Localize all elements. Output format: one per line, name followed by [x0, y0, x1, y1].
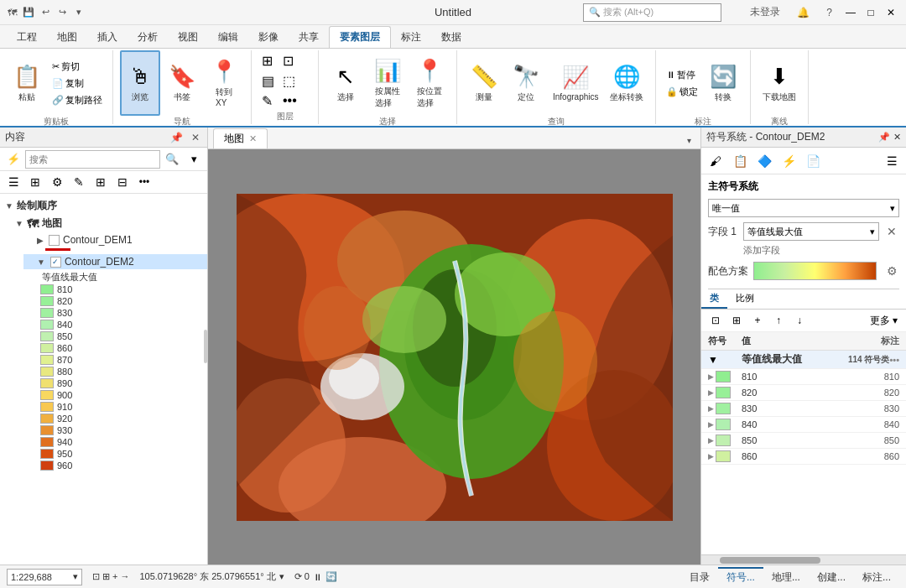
drawing-order-arrow[interactable]: ▼ — [5, 201, 13, 211]
refresh-icon[interactable]: 🔄 — [325, 571, 337, 582]
copy-path-btn[interactable]: 🔗复制路径 — [49, 92, 106, 108]
pause-icon[interactable]: ⏸ — [313, 572, 322, 582]
tab-view[interactable]: 视图 — [168, 27, 208, 48]
sym-tb-menu[interactable]: ☰ — [881, 150, 903, 172]
lock-btn[interactable]: 🔒锁定 — [663, 84, 701, 100]
redo-icon[interactable]: ↪ — [55, 6, 69, 19]
cut-btn[interactable]: ✂剪切 — [49, 59, 106, 75]
group-header-row[interactable]: ▼ 等值线最大值 114 符号类 ••• — [701, 351, 906, 369]
tab-map[interactable]: 地图 — [47, 27, 87, 48]
tab-classes[interactable]: 类 — [701, 289, 727, 309]
contents-search-input[interactable] — [25, 150, 160, 169]
coord-convert-btn[interactable]: 🌐 坐标转换 — [605, 50, 648, 116]
goto-xy-btn[interactable]: 📍 转到XY — [204, 50, 244, 116]
select-btn[interactable]: ↖ 选择 — [325, 50, 366, 116]
symbol-row-840[interactable]: ▶ 840 840 — [701, 417, 906, 433]
dem2-expand[interactable]: ▼ — [37, 258, 45, 267]
symbol-close-btn[interactable]: ✕ — [893, 132, 901, 143]
group-more-btn[interactable]: ••• — [889, 355, 899, 365]
map-group-arrow[interactable]: ▼ — [15, 219, 23, 228]
sym-tb-btn3[interactable]: 🔷 — [753, 150, 775, 172]
filter-icon[interactable]: ⚡ — [3, 150, 23, 169]
tab-data[interactable]: 数据 — [431, 27, 471, 48]
color-scheme-preview[interactable] — [753, 262, 877, 280]
dem2-checkbox[interactable]: ✓ — [50, 257, 61, 268]
layer-btn6[interactable]: ••• — [279, 91, 300, 110]
map-area-dropdown[interactable]: ▾ — [680, 132, 697, 148]
more-btn[interactable]: ••• — [134, 173, 154, 191]
layer-btn5[interactable]: ⬚ — [279, 71, 300, 91]
sym-tb-btn4[interactable]: 📄 — [802, 150, 824, 172]
symbol-row-860[interactable]: ▶ 860 860 — [701, 449, 906, 465]
infographics-btn[interactable]: 📈 Infographics — [548, 50, 603, 116]
list-view-btn[interactable]: ☰ — [3, 173, 23, 191]
tab-analysis[interactable]: 分析 — [128, 27, 168, 48]
layer-btn4[interactable]: ⊡ — [279, 51, 300, 70]
maximize-btn[interactable]: □ — [862, 4, 879, 21]
coord-dropdown[interactable]: ▾ — [279, 571, 284, 582]
title-search-box[interactable]: 🔍 搜索 (Alt+Q) — [583, 3, 721, 22]
pause-btn[interactable]: ⏸暂停 — [663, 67, 701, 83]
map-tab[interactable]: 地图 ✕ — [213, 128, 268, 148]
contents-close-btn[interactable]: ✕ — [189, 132, 202, 143]
symbol-scrollbar-h[interactable] — [701, 554, 906, 565]
tab-scale[interactable]: 比例 — [727, 289, 763, 309]
copy-btn[interactable]: 📄复制 — [49, 75, 106, 91]
select-by-attr-btn[interactable]: 📊 按属性选择 — [367, 50, 408, 116]
table-view-btn[interactable]: ⊞ — [25, 173, 45, 191]
bottom-tab-catalog[interactable]: 目录 — [681, 567, 718, 586]
tab-imagery[interactable]: 影像 — [248, 27, 289, 48]
dem1-expand[interactable]: ▶ — [37, 236, 44, 245]
save-icon[interactable]: 💾 — [22, 6, 35, 19]
symbol-row-830[interactable]: ▶ 830 830 — [701, 401, 906, 417]
convert-btn[interactable]: 🔄 转换 — [703, 50, 743, 116]
tab-insert[interactable]: 插入 — [87, 27, 128, 48]
unique-value-dropdown[interactable]: 唯一值 ▾ — [708, 199, 899, 217]
tb-down[interactable]: ↓ — [790, 312, 809, 329]
bookmark-btn[interactable]: 🔖 书签 — [162, 50, 202, 116]
nav-icon3[interactable]: + — [112, 571, 117, 582]
layer-contour-dem1[interactable]: ▶ Contour_DEM1 — [23, 232, 207, 247]
bottom-tab-geo[interactable]: 地理... — [763, 567, 809, 586]
bottom-tab-annotation[interactable]: 标注... — [854, 567, 899, 586]
dem1-checkbox[interactable] — [49, 235, 60, 246]
dropdown-icon[interactable]: ▾ — [72, 6, 86, 19]
field1-clear-btn[interactable]: ✕ — [884, 224, 899, 239]
tb-add[interactable]: + — [748, 312, 767, 329]
layer-add-btn[interactable]: ⊞ — [258, 51, 278, 70]
tab-share[interactable]: 共享 — [289, 27, 329, 48]
pencil-btn[interactable]: ✎ — [69, 173, 89, 191]
paste-btn[interactable]: 📋 粘贴 — [7, 50, 47, 116]
select-by-loc-btn[interactable]: 📍 按位置选择 — [409, 50, 450, 116]
field1-dropdown[interactable]: 等值线最大值 ▾ — [743, 222, 879, 241]
close-btn[interactable]: ✕ — [883, 4, 899, 21]
tab-project[interactable]: 工程 — [7, 27, 47, 48]
scrollbar-thumb[interactable] — [720, 557, 820, 564]
tab-feature-layer[interactable]: 要素图层 — [329, 26, 391, 48]
map-canvas[interactable] — [208, 149, 700, 565]
search-btn[interactable]: 🔍 — [162, 150, 182, 169]
map-tab-close-btn[interactable]: ✕ — [249, 133, 257, 144]
filter-btn[interactable]: ⚙ — [47, 173, 67, 191]
sym-tb-filter[interactable]: ⚡ — [778, 150, 799, 172]
bottom-tab-symbol[interactable]: 符号... — [718, 567, 763, 586]
color-scheme-settings[interactable]: ⚙ — [884, 263, 899, 278]
tb-up[interactable]: ↑ — [769, 312, 788, 329]
eraser-btn[interactable]: ⊟ — [112, 173, 133, 191]
search-options-btn[interactable]: ▾ — [184, 150, 204, 169]
sym-tb-btn1[interactable]: 🖌 — [705, 150, 726, 172]
nav-icon1[interactable]: ⊡ — [92, 571, 100, 582]
pin-btn[interactable]: 📌 — [168, 132, 185, 143]
scale-display[interactable]: 1:229,688 ▾ — [7, 569, 82, 585]
undo-icon[interactable]: ↩ — [39, 6, 52, 19]
minimize-btn[interactable]: — — [842, 4, 859, 21]
layer-contour-dem2[interactable]: ▼ ✓ Contour_DEM2 — [23, 254, 207, 269]
browse-btn[interactable]: 🖱 浏览 — [120, 50, 160, 116]
add-field-btn[interactable]: 添加字段 — [743, 244, 899, 257]
nav-icon4[interactable]: → — [120, 571, 129, 582]
login-btn[interactable]: 未登录 — [743, 3, 787, 21]
scale-dropdown-arrow[interactable]: ▾ — [73, 571, 78, 582]
symbol-row-810[interactable]: ▶ 810 810 — [701, 369, 906, 385]
symbol-row-850[interactable]: ▶ 850 850 — [701, 433, 906, 449]
symbol-row-820[interactable]: ▶ 820 820 — [701, 385, 906, 401]
